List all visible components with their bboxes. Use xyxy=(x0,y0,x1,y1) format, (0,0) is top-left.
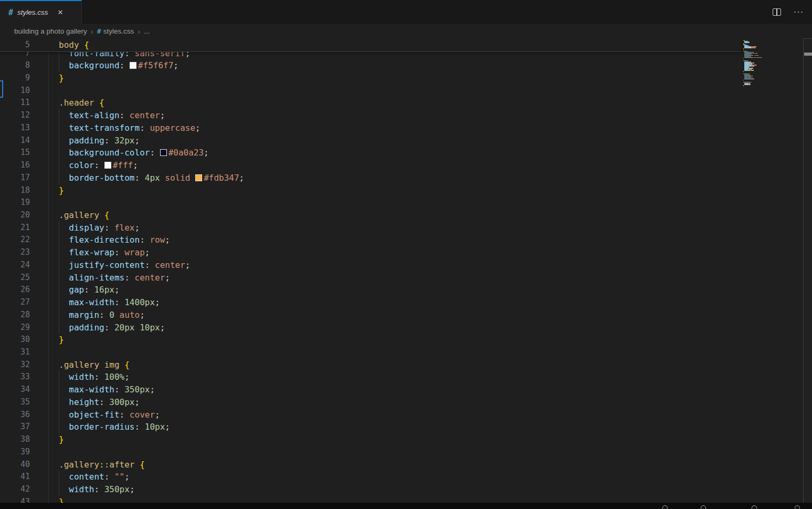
code-text: text-align: center; xyxy=(59,109,165,122)
code-editor[interactable]: 7 font-family: sans-serif;8 background: … xyxy=(0,39,812,503)
code-line-28[interactable]: 28 margin: 0 auto; xyxy=(0,309,740,321)
line-number: 35 xyxy=(0,396,30,409)
code-text: } xyxy=(59,433,64,446)
code-line-8[interactable]: 8 background: #f5f6f7; xyxy=(0,59,740,72)
breadcrumb-symbol[interactable]: ... xyxy=(144,27,150,35)
code-line-9[interactable]: 9} xyxy=(0,72,740,85)
more-actions-icon: ··· xyxy=(794,7,804,16)
breadcrumb-folder[interactable]: building a photo gallery xyxy=(14,27,87,35)
status-bar-partial-icon[interactable] xyxy=(701,505,706,509)
line-number: 34 xyxy=(0,383,30,396)
code-text: padding: 32px; xyxy=(59,134,140,147)
line-number: 10 xyxy=(0,85,30,97)
minimap-line xyxy=(754,66,754,67)
code-line-21[interactable]: 21 display: flex; xyxy=(0,222,740,234)
color-swatch xyxy=(104,162,111,169)
code-text: flex-wrap: wrap; xyxy=(59,246,150,259)
code-line-33[interactable]: 33 width: 100%; xyxy=(0,371,740,383)
code-line-25[interactable]: 25 align-items: center; xyxy=(0,272,740,284)
line-number: 36 xyxy=(0,409,30,421)
minimap-line xyxy=(743,48,744,49)
tab-styles-css[interactable]: # styles.css ✕ xyxy=(0,0,82,24)
color-swatch xyxy=(160,149,167,156)
code-line-13[interactable]: 13 text-transform: uppercase; xyxy=(0,122,740,134)
code-line-37[interactable]: 37 border-radius: 10px; xyxy=(0,421,740,433)
code-text: } xyxy=(59,184,64,197)
minimap-line xyxy=(751,47,755,48)
code-line-17[interactable]: 17 border-bottom: 4px solid #fdb347; xyxy=(0,172,740,184)
tab-close-icon[interactable]: ✕ xyxy=(56,7,66,17)
code-line-41[interactable]: 41 content: ""; xyxy=(0,471,740,483)
code-text: text-transform: uppercase; xyxy=(59,122,201,134)
code-line-42[interactable]: 42 width: 350px; xyxy=(0,483,740,496)
code-line-29[interactable]: 29 padding: 20px 10px; xyxy=(0,321,740,334)
code-line-19[interactable]: 19 xyxy=(0,196,740,209)
scrollbar-thumb[interactable] xyxy=(804,53,812,56)
split-editor-button[interactable] xyxy=(771,6,783,18)
minimap[interactable] xyxy=(742,40,794,145)
line-number: 18 xyxy=(0,184,30,197)
color-swatch xyxy=(130,62,136,69)
code-text: background-color: #0a0a23; xyxy=(59,147,209,159)
code-line-26[interactable]: 26 gap: 16px; xyxy=(0,284,740,296)
sticky-code-text: body { xyxy=(59,39,89,51)
code-text: justify-content: center; xyxy=(59,259,190,272)
code-text: align-items: center; xyxy=(59,272,170,284)
code-text: object-fit: cover; xyxy=(59,409,160,421)
status-bar-partial-icon[interactable] xyxy=(752,505,757,509)
chevron-right-icon: › xyxy=(138,27,140,36)
code-line-20[interactable]: 20.gallery { xyxy=(0,209,740,222)
line-number: 13 xyxy=(0,122,30,134)
code-line-12[interactable]: 12 text-align: center; xyxy=(0,109,740,122)
code-line-11[interactable]: 11.header { xyxy=(0,97,740,109)
minimap-line xyxy=(743,85,744,86)
minimap-line xyxy=(744,57,751,58)
line-number: 38 xyxy=(0,433,30,446)
code-line-14[interactable]: 14 padding: 32px; xyxy=(0,134,740,147)
line-number: 37 xyxy=(0,421,30,433)
code-line-16[interactable]: 16 color: #fff; xyxy=(0,159,740,172)
code-text: display: flex; xyxy=(59,222,140,234)
code-line-39[interactable]: 39 xyxy=(0,446,740,459)
code-text: flex-direction: row; xyxy=(59,234,170,246)
code-line-36[interactable]: 36 object-fit: cover; xyxy=(0,409,740,421)
minimap-line xyxy=(754,63,754,64)
code-text: background: #f5f6f7; xyxy=(59,59,178,72)
code-line-38[interactable]: 38} xyxy=(0,433,740,446)
line-number: 12 xyxy=(0,109,30,122)
code-line-35[interactable]: 35 height: 300px; xyxy=(0,396,740,409)
status-bar-partial-icon[interactable] xyxy=(795,505,800,509)
code-line-31[interactable]: 31 xyxy=(0,346,740,359)
line-number: 29 xyxy=(0,321,30,334)
code-line-23[interactable]: 23 flex-wrap: wrap; xyxy=(0,246,740,259)
sticky-scroll-line[interactable]: 5body { xyxy=(0,39,741,52)
minimap-line xyxy=(758,55,758,56)
code-line-18[interactable]: 18} xyxy=(0,184,740,197)
minimap-line xyxy=(744,42,748,43)
code-text: .gallery::after { xyxy=(59,459,145,471)
status-bar-partial-icon[interactable] xyxy=(662,505,668,509)
minimap-line xyxy=(744,79,751,80)
line-number: 33 xyxy=(0,371,30,383)
minimap-line xyxy=(743,71,744,72)
more-actions-button[interactable]: ··· xyxy=(792,5,806,19)
code-line-22[interactable]: 22 flex-direction: row; xyxy=(0,234,740,246)
code-text: width: 350px; xyxy=(59,483,135,496)
code-line-34[interactable]: 34 max-width: 350px; xyxy=(0,383,740,396)
code-line-32[interactable]: 32.gallery img { xyxy=(0,359,740,371)
code-line-40[interactable]: 40.gallery::after { xyxy=(0,459,740,471)
code-line-30[interactable]: 30} xyxy=(0,334,740,346)
code-line-27[interactable]: 27 max-width: 1400px; xyxy=(0,296,740,309)
editor-actions: ··· xyxy=(771,0,806,24)
code-line-15[interactable]: 15 background-color: #0a0a23; xyxy=(0,147,740,159)
breadcrumb-file[interactable]: #styles.css xyxy=(97,27,134,35)
line-number: 20 xyxy=(0,209,30,222)
code-line-24[interactable]: 24 justify-content: center; xyxy=(0,259,740,272)
line-number: 26 xyxy=(0,284,30,296)
line-number: 39 xyxy=(0,446,30,459)
minimap-line xyxy=(753,68,753,69)
code-line-10[interactable]: 10 xyxy=(0,85,740,97)
minimap-line xyxy=(752,57,753,58)
code-text: gap: 16px; xyxy=(59,284,120,296)
code-text: border-bottom: 4px solid #fdb347; xyxy=(59,172,244,184)
